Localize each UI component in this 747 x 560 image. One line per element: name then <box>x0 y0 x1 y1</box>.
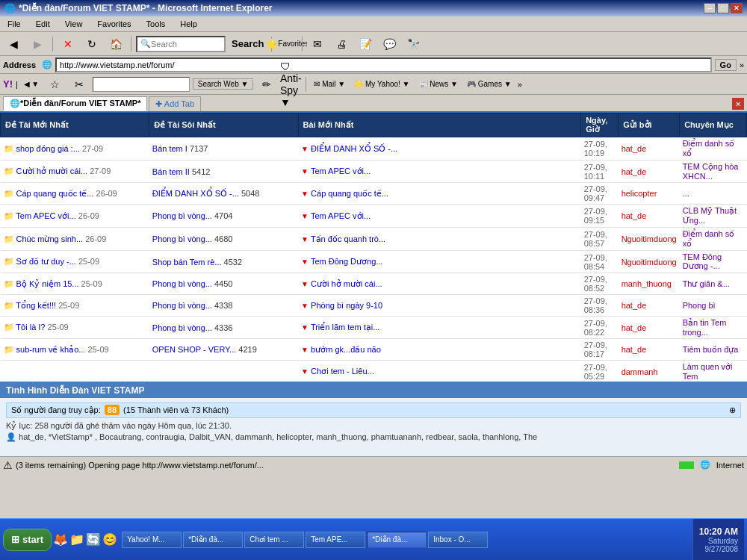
category-link[interactable]: ... <box>683 189 689 198</box>
menu-file[interactable]: File <box>3 18 25 30</box>
menu-tools[interactable]: Tools <box>142 18 170 30</box>
category-link[interactable]: Tiêm buồn đựa <box>683 345 739 354</box>
latest-topic-link[interactable]: Tôi là I? <box>16 323 45 332</box>
taskbar-icon-recycle[interactable]: 🔄 <box>86 532 101 547</box>
forward-button[interactable]: ▶ <box>27 35 48 53</box>
home-button[interactable]: 🏠 <box>105 35 126 53</box>
latest-post-link[interactable]: Tem APEC với... <box>311 211 371 220</box>
hot-topic-link[interactable]: Shop bán Tem rè... <box>152 258 222 267</box>
hot-topic-link[interactable]: ĐIỂM DANH XỔ SỐ -... <box>152 189 239 198</box>
category-link[interactable]: TEM Đông Dương -... <box>683 252 722 270</box>
yahoo-toolbar-icon1[interactable]: ☆ <box>45 75 66 93</box>
search-box[interactable]: 🔍 <box>136 36 226 52</box>
yahoo-myyahoo-link[interactable]: 🌟 My Yahoo! ▼ <box>351 79 412 89</box>
latest-post-link[interactable]: Triển lãm tem tại... <box>311 323 379 332</box>
hot-topic-link[interactable]: OPEN SHOP - VERY... <box>152 345 237 354</box>
menu-favorites[interactable]: Favorites <box>93 18 135 30</box>
taskbar-task[interactable]: Tem APE... <box>306 532 365 548</box>
hot-topic-link[interactable]: Phong bì vòng... <box>152 234 212 243</box>
yahoo-games-link[interactable]: 🎮 Games ▼ <box>464 79 515 89</box>
category-link[interactable]: Điểm danh số xổ <box>683 139 735 158</box>
latest-topic-link[interactable]: shop đồng giá :... <box>16 144 80 153</box>
author-link[interactable]: Nguoitimduong <box>622 258 677 267</box>
yahoo-search-button[interactable]: Search Web ▼ <box>193 78 254 90</box>
latest-topic-link[interactable]: sub-rum về khảo... <box>16 345 86 354</box>
menu-view[interactable]: View <box>61 18 87 30</box>
stop-button[interactable]: ✕ <box>58 35 78 53</box>
latest-post-link[interactable]: Tem APEC với... <box>311 167 371 175</box>
category-link[interactable]: Phong bì <box>683 301 716 310</box>
yahoo-toolbar-icon2[interactable]: ✂ <box>69 75 90 93</box>
category-link[interactable]: Làm quen với Tem <box>683 362 733 381</box>
author-link[interactable]: hat_de <box>622 323 647 332</box>
latest-post-link[interactable]: Tem Đông Dương... <box>311 257 383 266</box>
latest-post-link[interactable]: ĐIỂM DANH XỔ SỐ -... <box>311 144 397 153</box>
latest-topic-link[interactable]: Bộ Kỷ niệm 15... <box>16 279 79 288</box>
author-link[interactable]: dammanh <box>622 367 658 376</box>
maximize-button[interactable]: □ <box>717 3 729 13</box>
menu-help[interactable]: Help <box>176 18 202 30</box>
taskbar-task[interactable]: *Diễn đà... <box>367 532 427 548</box>
taskbar-task[interactable]: Chơi tem ... <box>244 532 304 548</box>
category-link[interactable]: Điểm danh số xổ <box>683 229 735 248</box>
author-link[interactable]: hat_de <box>622 167 647 176</box>
discuss-button[interactable]: 💬 <box>379 35 400 53</box>
latest-topic-link[interactable]: Cáp quang quốc tế... <box>16 189 94 198</box>
hot-topic-link[interactable]: Bán tem II <box>152 167 190 176</box>
latest-topic-link[interactable]: Tổng kết!!! <box>16 301 56 310</box>
category-link[interactable]: Thư giãn &... <box>683 279 730 288</box>
favorites-button[interactable]: ⭐ Favorites <box>276 35 297 53</box>
hot-topic-link[interactable]: Bán tem I <box>152 144 187 153</box>
author-link[interactable]: hat_de <box>622 211 647 220</box>
taskbar-icon-folder[interactable]: 📁 <box>69 532 84 547</box>
yahoo-back-button[interactable]: ◀ ▼ <box>21 75 42 93</box>
back-button[interactable]: ◀ <box>3 35 24 53</box>
latest-post-link[interactable]: Cười hở mười cái... <box>311 279 382 288</box>
latest-post-link[interactable]: bướm gk...đầu não <box>311 345 381 354</box>
author-link[interactable]: hat_de <box>622 345 647 354</box>
latest-topic-link[interactable]: Sơ đồ tư duy -... <box>16 257 76 266</box>
expand-icon[interactable]: ⊕ <box>729 405 736 415</box>
address-input[interactable] <box>55 57 712 72</box>
close-tab-button[interactable]: ✕ <box>732 98 744 110</box>
start-button[interactable]: ⊞ start <box>3 529 52 551</box>
latest-post-link[interactable]: Tấn đốc quanh trò... <box>311 234 385 243</box>
close-button[interactable]: ✕ <box>731 3 743 13</box>
add-tab-button[interactable]: ✚ Add Tab <box>149 96 201 111</box>
minimize-button[interactable]: ─ <box>704 3 716 13</box>
taskbar-task[interactable]: *Diễn đà... <box>183 532 243 548</box>
latest-post-link[interactable]: Cáp quang quốc tế... <box>311 189 388 198</box>
taskbar-icon-firefox[interactable]: 🦊 <box>53 532 68 547</box>
mail-button[interactable]: ✉ <box>307 35 328 53</box>
latest-post-link[interactable]: Chơi tem - Liêu... <box>311 367 374 376</box>
search-input[interactable] <box>151 40 221 49</box>
latest-topic-link[interactable]: Chúc mừng sinh... <box>16 234 84 243</box>
yahoo-mail-link[interactable]: ✉ Mail ▼ <box>311 79 348 89</box>
go-button[interactable]: Go <box>715 59 737 71</box>
menu-edit[interactable]: Edit <box>31 18 55 30</box>
refresh-button[interactable]: ↻ <box>81 35 102 53</box>
yahoo-news-link[interactable]: 📰 News ▼ <box>416 79 461 89</box>
taskbar-task[interactable]: Inbox - O... <box>428 532 488 548</box>
author-link[interactable]: hat_de <box>622 144 647 153</box>
hot-topic-link[interactable]: Phong bì vòng... <box>152 301 212 310</box>
latest-post-link[interactable]: Phòng bì ngày 9-10 <box>311 301 382 310</box>
yahoo-search-box[interactable] <box>93 77 190 92</box>
author-link[interactable]: Nguoitimduong <box>622 234 677 243</box>
yahoo-edit-icon[interactable]: ✏ <box>256 75 277 93</box>
print-button[interactable]: 🖨 <box>331 35 352 53</box>
author-link[interactable]: manh_thuong <box>622 279 672 288</box>
author-link[interactable]: hat_de <box>622 301 647 310</box>
category-link[interactable]: TEM Cộng hòa XHCN... <box>683 162 739 181</box>
taskbar-icon-smiley[interactable]: 😊 <box>102 532 117 547</box>
category-link[interactable]: CLB Mỹ Thuật Ứng... <box>683 206 737 225</box>
taskbar-task[interactable]: Yahoo! M... <box>122 532 182 548</box>
yahoo-more[interactable]: » <box>518 80 522 89</box>
edit-button[interactable]: 📝 <box>355 35 376 53</box>
hot-topic-link[interactable]: Phong bì vòng... <box>152 211 212 220</box>
tab-active[interactable]: 🌐 *Diễn đàn/Forum VIET STAMP* <box>3 96 147 111</box>
hot-topic-link[interactable]: Phong bì vòng... <box>152 279 212 288</box>
yahoo-spy-icon[interactable]: 🛡 Anti-Spy ▼ <box>280 75 301 93</box>
author-link[interactable]: helicopter <box>622 189 657 198</box>
yahoo-search-input[interactable] <box>96 80 186 88</box>
